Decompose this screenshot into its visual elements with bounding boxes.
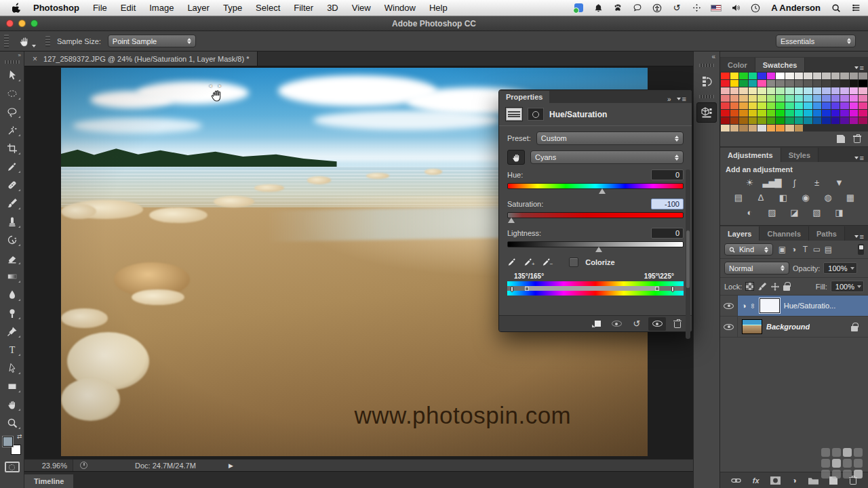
color-swatch[interactable] <box>840 102 849 109</box>
color-swatch[interactable] <box>822 102 831 109</box>
blur-tool[interactable] <box>1 285 23 304</box>
saturation-value-field[interactable]: -100 <box>651 199 684 209</box>
delete-adjustment-icon[interactable] <box>669 317 686 331</box>
hue-range-ramp[interactable] <box>507 281 684 296</box>
tab-layers[interactable]: Layers <box>720 226 760 241</box>
color-swatch[interactable] <box>739 87 748 94</box>
color-swatch[interactable] <box>767 110 776 117</box>
color-swatch[interactable] <box>721 102 730 109</box>
eyedropper-subtract-icon[interactable]: − <box>542 257 553 267</box>
color-swatch[interactable] <box>850 73 859 79</box>
color-swatch[interactable] <box>859 73 867 79</box>
current-tool-preset[interactable] <box>16 35 39 48</box>
adjustment-view-icon[interactable] <box>506 108 522 121</box>
adjustment-icon[interactable]: ◪ <box>786 206 802 219</box>
toggle-visibility-icon[interactable] <box>648 317 666 331</box>
color-swatch[interactable] <box>804 87 812 94</box>
notifications-bell-icon[interactable] <box>593 3 604 14</box>
color-swatch[interactable] <box>785 80 794 87</box>
color-swatch[interactable] <box>757 117 766 124</box>
layer-filter-icon[interactable]: T <box>800 245 811 254</box>
adjustment-icon[interactable]: ▦ <box>842 191 859 204</box>
path-selection-tool[interactable] <box>1 359 23 377</box>
color-swatch[interactable] <box>831 80 840 87</box>
adjustment-icon[interactable]: ◧ <box>775 191 791 204</box>
color-swatch[interactable] <box>730 95 739 102</box>
menu-item[interactable]: Edit <box>114 3 142 13</box>
color-swatch[interactable] <box>776 80 785 87</box>
eraser-tool[interactable] <box>1 249 23 267</box>
clone-stamp-tool[interactable] <box>1 212 23 230</box>
lock-transparency-icon[interactable] <box>745 282 754 291</box>
color-swatch[interactable] <box>757 80 766 87</box>
color-swatch[interactable] <box>804 117 812 124</box>
color-swatch[interactable] <box>730 80 739 87</box>
tab-styles[interactable]: Styles <box>781 148 818 162</box>
color-swatch[interactable] <box>730 125 739 131</box>
adjustment-icon[interactable]: ▤ <box>730 191 747 204</box>
panel-menu-icon[interactable]: ≡ <box>854 154 868 162</box>
keyboard-nav-icon[interactable] <box>691 3 702 14</box>
adjustment-icon[interactable]: ◉ <box>797 191 814 204</box>
input-language-flag-icon[interactable] <box>711 3 722 14</box>
color-swatch[interactable] <box>795 117 804 124</box>
preset-dropdown[interactable]: Custom <box>536 131 684 145</box>
lasso-tool[interactable] <box>1 102 23 121</box>
color-swatch[interactable] <box>831 110 840 117</box>
tools-grip[interactable] <box>5 60 20 64</box>
layer-mask-thumbnail[interactable] <box>760 298 780 313</box>
color-swatch[interactable] <box>767 80 776 87</box>
apple-menu-icon[interactable] <box>7 3 26 13</box>
color-swatch[interactable] <box>739 125 748 131</box>
adjustment-icon[interactable]: ʃ <box>786 176 802 189</box>
spotlight-search-icon[interactable] <box>831 3 842 14</box>
color-swatch[interactable] <box>859 110 867 117</box>
dropbox-icon[interactable] <box>573 3 584 14</box>
color-swatch[interactable] <box>739 102 748 109</box>
properties-panel-button[interactable] <box>696 102 717 123</box>
reset-adjustment-icon[interactable]: ↺ <box>628 317 646 331</box>
color-swatch[interactable] <box>739 95 748 102</box>
color-swatch[interactable] <box>776 102 785 109</box>
lightness-slider[interactable] <box>507 241 684 247</box>
range-handle[interactable] <box>655 287 659 291</box>
menu-item[interactable]: View <box>345 3 378 13</box>
menu-item[interactable]: Type <box>216 3 249 13</box>
user-menu[interactable]: A Anderson <box>770 3 822 13</box>
color-swatch[interactable] <box>721 87 730 94</box>
color-swatch[interactable] <box>859 95 867 102</box>
adjustment-icon[interactable]: ∆ <box>753 191 769 204</box>
mask-view-icon[interactable] <box>528 108 544 121</box>
color-swatch[interactable] <box>840 110 849 117</box>
history-brush-tool[interactable] <box>1 230 23 249</box>
layer-thumbnail[interactable] <box>742 319 762 334</box>
color-swatch[interactable] <box>859 87 867 94</box>
lightness-value-field[interactable]: 0 <box>651 228 684 239</box>
properties-scrollbar[interactable] <box>686 169 690 339</box>
panel-menu-icon[interactable]: ≡ <box>854 232 868 241</box>
color-swatch[interactable] <box>804 73 812 79</box>
messages-bubble-icon[interactable] <box>632 3 643 14</box>
color-swatch[interactable] <box>804 110 812 117</box>
color-swatch[interactable] <box>785 102 794 109</box>
color-swatch[interactable] <box>739 110 748 117</box>
hue-slider[interactable] <box>507 183 684 189</box>
color-swatch[interactable] <box>795 80 804 87</box>
color-swatch[interactable] <box>749 125 757 131</box>
color-swatch[interactable] <box>730 87 739 94</box>
healing-brush-tool[interactable] <box>1 176 23 194</box>
mask-link-icon[interactable]: ∞ <box>749 303 757 308</box>
color-swatch[interactable] <box>840 87 849 94</box>
minimize-window-button[interactable] <box>18 20 26 27</box>
new-group-icon[interactable] <box>808 476 818 485</box>
delete-layer-icon[interactable] <box>849 476 857 485</box>
color-swatch[interactable] <box>767 73 776 79</box>
color-swatch[interactable] <box>840 80 849 87</box>
color-swatch[interactable] <box>850 87 859 94</box>
color-swatch[interactable] <box>767 87 776 94</box>
tab-paths[interactable]: Paths <box>809 226 845 241</box>
targeted-adjustment-button[interactable] <box>507 150 525 165</box>
adjustment-icon[interactable]: ▃▅▇ <box>764 176 780 189</box>
layer-filter-icon[interactable]: ▭ <box>811 245 823 254</box>
color-swatch[interactable] <box>730 73 739 79</box>
